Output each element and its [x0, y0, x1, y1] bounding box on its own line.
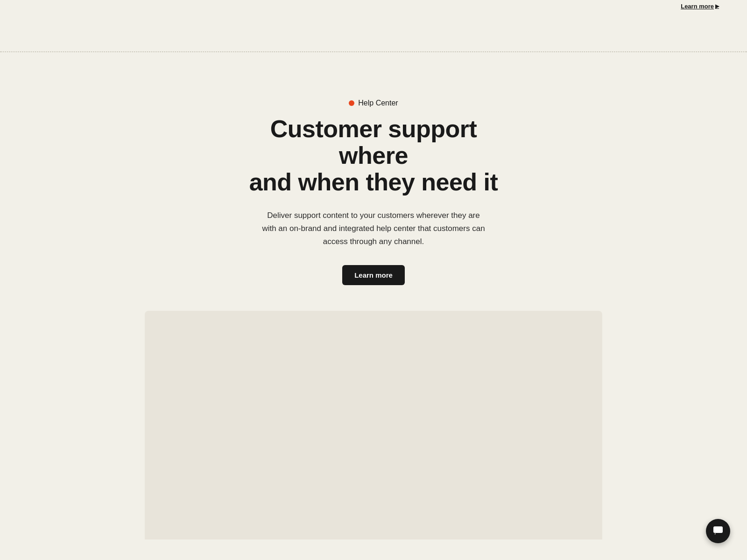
badge-label: Help Center: [358, 99, 398, 107]
svg-rect-0: [713, 526, 723, 533]
main-content: Help Center Customer support where and w…: [0, 52, 747, 539]
learn-more-button[interactable]: Learn more: [342, 265, 405, 285]
hero-title-line2: and when they need it: [249, 168, 498, 196]
top-learn-more-link[interactable]: Learn more ▶: [681, 3, 719, 10]
hero-section: Help Center Customer support where and w…: [243, 99, 504, 285]
badge-dot-icon: [349, 100, 354, 106]
hero-description: Deliver support content to your customer…: [259, 209, 488, 248]
top-bar: Learn more ▶: [0, 0, 747, 51]
hero-title: Customer support where and when they nee…: [243, 116, 504, 196]
product-badge: Help Center: [349, 99, 398, 107]
chat-button[interactable]: [706, 519, 730, 543]
chat-icon: [712, 525, 724, 538]
product-preview: [145, 311, 602, 539]
hero-title-line1: Customer support where: [270, 115, 477, 169]
top-learn-more-label: Learn more: [681, 3, 714, 10]
top-learn-more-arrow: ▶: [715, 3, 719, 9]
